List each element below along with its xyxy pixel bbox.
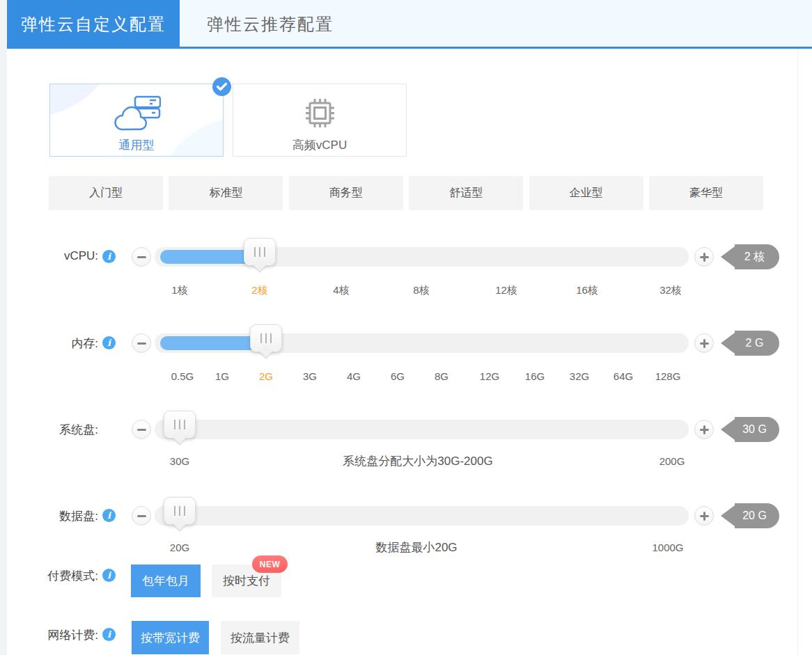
- system-disk-tick-系统盘分配大小为30G-200G[interactable]: 系统盘分配大小为30G-200G: [343, 453, 492, 470]
- system-disk-tick-labels: 30G系统盘分配大小为30G-200G200G: [0, 453, 812, 470]
- vcpu-tick-16核[interactable]: 16核: [576, 282, 598, 299]
- data-disk-increase-button[interactable]: [694, 506, 714, 526]
- tab-custom-config[interactable]: 弹性云自定义配置: [7, 0, 180, 49]
- memory-tick-128G[interactable]: 128G: [655, 368, 681, 385]
- memory-tick-2G[interactable]: 2G: [259, 368, 273, 385]
- vcpu-info-icon[interactable]: i: [102, 250, 116, 263]
- memory-tick-0.5G[interactable]: 0.5G: [171, 368, 194, 385]
- vcpu-tick-32核[interactable]: 32核: [659, 282, 682, 299]
- preset-standard[interactable]: 标准型: [169, 176, 283, 210]
- data-disk-decrease-button[interactable]: [132, 506, 151, 526]
- network-billing-label: 网络计费:: [14, 627, 98, 643]
- system-disk-slider-handle[interactable]: [164, 411, 196, 439]
- cpu-chip-icon: [233, 93, 406, 133]
- data-disk-tick-1000G[interactable]: 1000G: [652, 539, 683, 556]
- cloud-server-icon: [50, 93, 223, 133]
- memory-tick-16G[interactable]: 16G: [525, 368, 545, 385]
- new-badge: NEW: [252, 555, 288, 573]
- network-option-bandwidth[interactable]: 按带宽计费: [132, 621, 209, 654]
- system-disk-value-badge: 30 G: [721, 417, 779, 442]
- vcpu-tick-4核[interactable]: 4核: [333, 282, 349, 299]
- data-disk-info-icon[interactable]: i: [102, 509, 116, 522]
- data-disk-slider-track[interactable]: [155, 506, 689, 526]
- data-disk-tick-数据盘最小20G[interactable]: 数据盘最小20G: [375, 539, 457, 556]
- elastic-cloud-config-panel: 弹性云自定义配置 弹性云推荐配置 通用型: [0, 0, 812, 655]
- data-disk-tick-labels: 20G数据盘最小20G1000G: [0, 539, 812, 556]
- memory-increase-button[interactable]: [694, 333, 714, 353]
- memory-tick-12G[interactable]: 12G: [480, 368, 499, 385]
- tab-recommended-config[interactable]: 弹性云推荐配置: [180, 0, 361, 49]
- vcpu-decrease-button[interactable]: [132, 247, 151, 267]
- memory-tick-4G[interactable]: 4G: [347, 368, 361, 385]
- vcpu-tick-12核[interactable]: 12核: [495, 282, 517, 299]
- system-disk-tick-200G[interactable]: 200G: [659, 453, 685, 470]
- preset-comfort[interactable]: 舒适型: [409, 176, 523, 210]
- page-left-gutter: [0, 0, 7, 655]
- memory-info-icon[interactable]: i: [102, 336, 116, 349]
- vcpu-slider-handle[interactable]: [244, 238, 276, 266]
- system-disk-tick-30G[interactable]: 30G: [170, 453, 189, 470]
- memory-tick-8G[interactable]: 8G: [435, 368, 448, 385]
- payment-mode-label: 付费模式:: [14, 568, 98, 584]
- preset-enterprise[interactable]: 企业型: [529, 176, 643, 210]
- system-disk-label: 系统盘:: [14, 422, 98, 438]
- selected-check-icon: [212, 77, 231, 96]
- vcpu-tick-2核[interactable]: 2核: [251, 282, 267, 299]
- data-disk-value-badge: 20 G: [721, 503, 779, 528]
- vcpu-increase-button[interactable]: [694, 247, 714, 267]
- vcpu-tick-1核[interactable]: 1核: [171, 282, 187, 299]
- network-option-traffic[interactable]: 按流量计费: [221, 621, 299, 654]
- memory-tick-32G[interactable]: 32G: [570, 368, 589, 385]
- network-info-icon[interactable]: i: [102, 628, 116, 641]
- instance-type-card-general[interactable]: 通用型: [49, 84, 224, 157]
- vcpu-tick-8核[interactable]: 8核: [413, 282, 429, 299]
- system-disk-increase-button[interactable]: [694, 420, 714, 439]
- memory-tick-3G[interactable]: 3G: [303, 368, 317, 385]
- preset-entry[interactable]: 入门型: [49, 176, 163, 210]
- system-disk-slider-track[interactable]: [155, 420, 689, 439]
- preset-business[interactable]: 商务型: [289, 176, 403, 210]
- payment-option-prepaid[interactable]: 包年包月: [131, 565, 201, 597]
- memory-slider-handle[interactable]: [250, 324, 282, 352]
- instance-type-card-hf-vcpu[interactable]: 高频vCPU: [233, 84, 407, 157]
- vcpu-label: vCPU:: [14, 249, 98, 263]
- preset-luxury[interactable]: 豪华型: [649, 176, 763, 210]
- tab-bar: 弹性云自定义配置 弹性云推荐配置: [7, 0, 812, 49]
- memory-decrease-button[interactable]: [132, 333, 151, 353]
- tab-recommended-config-label: 弹性云推荐配置: [207, 13, 334, 35]
- memory-label: 内存:: [14, 336, 98, 352]
- data-disk-tick-20G[interactable]: 20G: [170, 539, 189, 556]
- data-disk-slider-handle[interactable]: [164, 497, 196, 525]
- instance-type-hf-vcpu-label: 高频vCPU: [233, 137, 406, 153]
- data-disk-label: 数据盘:: [14, 508, 98, 524]
- column-divider: [797, 49, 798, 655]
- instance-type-general-label: 通用型: [50, 137, 223, 153]
- memory-tick-64G[interactable]: 64G: [614, 368, 633, 385]
- memory-tick-1G[interactable]: 1G: [215, 368, 229, 385]
- vcpu-value-badge: 2 核: [721, 244, 779, 269]
- memory-tick-6G[interactable]: 6G: [391, 368, 405, 385]
- tab-custom-config-label: 弹性云自定义配置: [21, 13, 166, 35]
- memory-tick-labels: 0.5G1G2G3G4G6G8G12G16G32G64G128G: [0, 368, 812, 385]
- preset-row: 入门型 标准型 商务型 舒适型 企业型 豪华型: [49, 176, 763, 210]
- payment-info-icon[interactable]: i: [102, 569, 116, 582]
- system-disk-decrease-button[interactable]: [132, 420, 151, 439]
- vcpu-tick-labels: 1核2核4核8核12核16核32核: [0, 282, 812, 299]
- memory-value-badge: 2 G: [721, 331, 779, 356]
